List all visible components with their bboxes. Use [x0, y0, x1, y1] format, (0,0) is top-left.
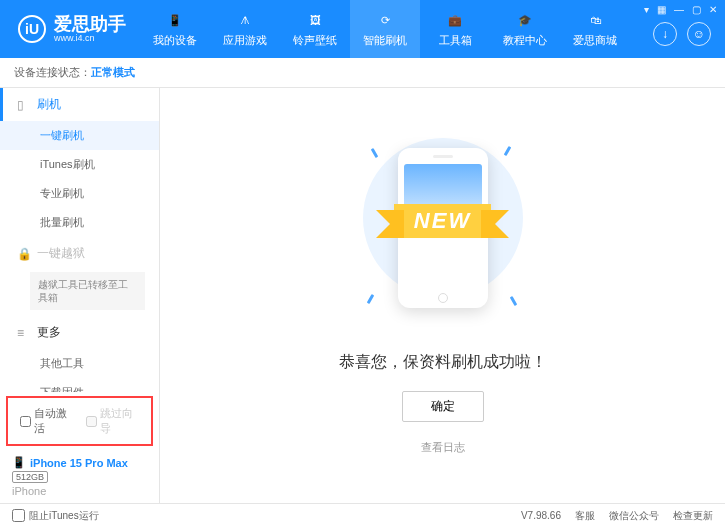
- skin-icon[interactable]: ▦: [657, 4, 666, 15]
- checkbox-skip-guide[interactable]: 跳过向导: [86, 406, 140, 436]
- settings-icon[interactable]: ▾: [644, 4, 649, 15]
- flash-icon: ⟳: [375, 10, 395, 30]
- logo-area: iU 爱思助手 www.i4.cn: [0, 15, 140, 43]
- sidebar-item-oneclick[interactable]: 一键刷机: [0, 121, 159, 150]
- footer-link-wechat[interactable]: 微信公众号: [609, 509, 659, 523]
- nav-my-device[interactable]: 📱我的设备: [140, 0, 210, 58]
- nav-ringtones[interactable]: 🖼铃声壁纸: [280, 0, 350, 58]
- checkbox-auto-activate[interactable]: 自动激活: [20, 406, 74, 436]
- toolbox-icon: 💼: [445, 10, 465, 30]
- phone-icon: 📱: [12, 456, 26, 469]
- jailbreak-note: 越狱工具已转移至工具箱: [30, 272, 145, 310]
- close-icon[interactable]: ✕: [709, 4, 717, 15]
- wallpaper-icon: 🖼: [305, 10, 325, 30]
- sidebar-group-flash[interactable]: ▯刷机: [0, 88, 159, 121]
- sidebar-item-itunes[interactable]: iTunes刷机: [0, 150, 159, 179]
- device-name[interactable]: 📱iPhone 15 Pro Max: [12, 456, 147, 469]
- logo-icon: iU: [18, 15, 46, 43]
- footer-link-support[interactable]: 客服: [575, 509, 595, 523]
- status-mode: 正常模式: [91, 65, 135, 80]
- sidebar: ▯刷机 一键刷机 iTunes刷机 专业刷机 批量刷机 🔒一键越狱 越狱工具已转…: [0, 88, 160, 503]
- nav-flash[interactable]: ⟳智能刷机: [350, 0, 420, 58]
- app-header: iU 爱思助手 www.i4.cn 📱我的设备 ⩚应用游戏 🖼铃声壁纸 ⟳智能刷…: [0, 0, 725, 58]
- version-label: V7.98.66: [521, 510, 561, 521]
- new-ribbon: NEW: [353, 204, 533, 238]
- sidebar-item-other[interactable]: 其他工具: [0, 349, 159, 378]
- minimize-icon[interactable]: —: [674, 4, 684, 15]
- device-icon: 📱: [165, 10, 185, 30]
- nav-tutorials[interactable]: 🎓教程中心: [490, 0, 560, 58]
- checkbox-block-itunes[interactable]: [12, 509, 25, 522]
- app-name: 爱思助手: [54, 15, 126, 33]
- sidebar-item-batch[interactable]: 批量刷机: [0, 208, 159, 237]
- success-message: 恭喜您，保资料刷机成功啦！: [339, 352, 547, 373]
- nav-apps[interactable]: ⩚应用游戏: [210, 0, 280, 58]
- main-nav: 📱我的设备 ⩚应用游戏 🖼铃声壁纸 ⟳智能刷机 💼工具箱 🎓教程中心 🛍爱思商城: [140, 0, 630, 58]
- device-storage: 512GB: [12, 471, 48, 483]
- block-itunes-label: 阻止iTunes运行: [29, 509, 99, 523]
- sidebar-item-pro[interactable]: 专业刷机: [0, 179, 159, 208]
- device-os: iPhone: [12, 485, 147, 497]
- status-bar: 设备连接状态： 正常模式: [0, 58, 725, 88]
- success-illustration: NEW: [353, 128, 533, 328]
- nav-mall[interactable]: 🛍爱思商城: [560, 0, 630, 58]
- app-url: www.i4.cn: [54, 33, 126, 43]
- options-row: 自动激活 跳过向导: [6, 396, 153, 446]
- user-icon[interactable]: ☺: [687, 22, 711, 46]
- sidebar-item-download[interactable]: 下载固件: [0, 378, 159, 392]
- download-icon[interactable]: ↓: [653, 22, 677, 46]
- main-content: NEW 恭喜您，保资料刷机成功啦！ 确定 查看日志: [160, 88, 725, 503]
- maximize-icon[interactable]: ▢: [692, 4, 701, 15]
- phone-icon: ▯: [17, 98, 31, 112]
- ok-button[interactable]: 确定: [402, 391, 484, 422]
- apps-icon: ⩚: [235, 10, 255, 30]
- sidebar-group-jailbreak[interactable]: 🔒一键越狱: [0, 237, 159, 270]
- footer-link-update[interactable]: 检查更新: [673, 509, 713, 523]
- nav-toolbox[interactable]: 💼工具箱: [420, 0, 490, 58]
- status-prefix: 设备连接状态：: [14, 65, 91, 80]
- lock-icon: 🔒: [17, 247, 31, 261]
- more-icon: ≡: [17, 326, 31, 340]
- sidebar-group-more[interactable]: ≡更多: [0, 316, 159, 349]
- tutorial-icon: 🎓: [515, 10, 535, 30]
- shop-icon: 🛍: [585, 10, 605, 30]
- user-icons: ↓ ☺: [653, 22, 711, 46]
- device-info: 📱iPhone 15 Pro Max 512GB iPhone: [0, 450, 159, 503]
- view-log-link[interactable]: 查看日志: [421, 440, 465, 455]
- footer: 阻止iTunes运行 V7.98.66 客服 微信公众号 检查更新: [0, 503, 725, 527]
- window-controls: ▾ ▦ — ▢ ✕: [644, 4, 717, 15]
